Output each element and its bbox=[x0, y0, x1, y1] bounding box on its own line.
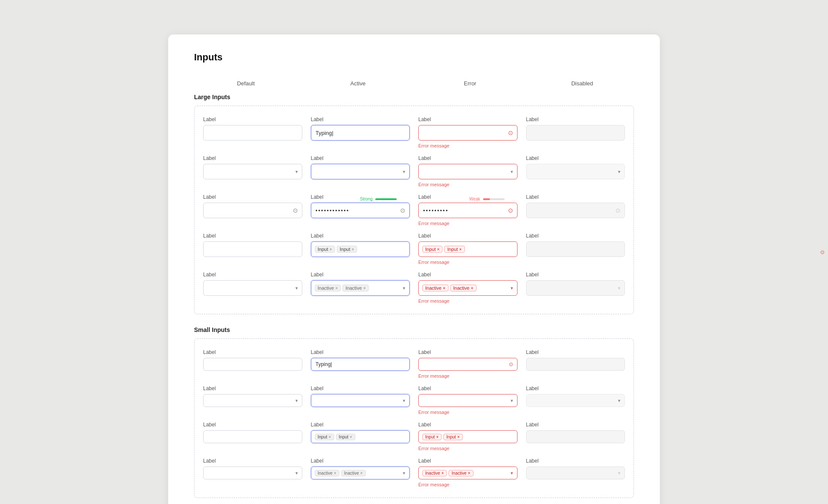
error-eye-icon[interactable]: ⊙ bbox=[508, 207, 513, 214]
active-text-group: Label bbox=[311, 116, 410, 148]
small-error-tag-icon: ⊙ bbox=[820, 249, 825, 255]
active-multiselect-inner[interactable]: Inactive × Inactive × bbox=[311, 280, 410, 296]
small-error-multiselect-inner[interactable]: Inactive × Inactive × bbox=[418, 466, 518, 479]
disabled-multiselect-label: Label bbox=[526, 272, 625, 278]
small-inputs-label: Small Inputs bbox=[194, 326, 634, 333]
error-text-label: Label bbox=[418, 116, 518, 122]
disabled-text-input bbox=[526, 125, 625, 141]
small-default-select-input[interactable] bbox=[203, 394, 302, 407]
small-error-select-message: Error message bbox=[418, 410, 518, 415]
error-multiselect-group: Label Inactive × Inactive × ▾ Erro bbox=[418, 272, 518, 304]
small-active-tag-1-text: Input bbox=[318, 435, 327, 439]
small-default-select-label: Label bbox=[203, 385, 302, 391]
error-select-wrapper: ▾ bbox=[418, 164, 518, 179]
default-select-input[interactable] bbox=[203, 164, 302, 179]
active-password-input[interactable] bbox=[311, 203, 410, 218]
small-active-inactive-tag-1: Inactive × bbox=[315, 470, 339, 476]
small-default-tag-input[interactable] bbox=[203, 430, 302, 443]
error-tag-input[interactable]: Input × Input × bbox=[418, 241, 518, 257]
small-tag-row: Label Label Input × Input × Label bbox=[203, 422, 625, 451]
small-default-text-input[interactable] bbox=[203, 358, 302, 371]
error-text-input[interactable] bbox=[418, 125, 518, 141]
disabled-select-label: Label bbox=[526, 155, 625, 161]
small-error-multiselect-message: Error message bbox=[418, 482, 518, 487]
small-active-inactive-tag-1-remove[interactable]: × bbox=[334, 471, 336, 476]
small-active-tag-2-remove[interactable]: × bbox=[350, 435, 352, 439]
small-error-select-input[interactable] bbox=[418, 394, 518, 407]
small-error-tag-2-text: Input bbox=[446, 435, 456, 439]
active-inactive-tag-2-text: Inactive bbox=[345, 285, 362, 291]
active-inactive-tag-2: Inactive × bbox=[342, 285, 369, 291]
col-disabled: Disabled bbox=[530, 80, 634, 87]
error-tag-1-text: Input bbox=[425, 247, 436, 252]
active-tag-1-remove[interactable]: × bbox=[329, 247, 332, 252]
error-inactive-tag-2-remove[interactable]: × bbox=[471, 286, 474, 291]
small-active-tag-1-remove[interactable]: × bbox=[329, 435, 331, 439]
small-error-tag-2: Input × bbox=[443, 434, 463, 440]
small-active-tag-input[interactable]: Input × Input × bbox=[311, 430, 410, 443]
default-select-group: Label ▾ bbox=[203, 155, 302, 187]
active-tag-1: Input × bbox=[315, 246, 335, 253]
default-text-input[interactable] bbox=[203, 125, 302, 141]
default-multiselect-inner[interactable] bbox=[203, 280, 302, 296]
error-text-group: Label ⊙ Error message bbox=[418, 116, 518, 148]
error-inactive-tag-1-remove[interactable]: × bbox=[443, 286, 445, 291]
default-password-input[interactable] bbox=[203, 203, 302, 218]
small-disabled-text-label: Label bbox=[526, 349, 625, 355]
active-select-group: Label ▾ bbox=[311, 155, 410, 187]
active-eye-icon[interactable]: ⊙ bbox=[400, 207, 405, 214]
small-active-tag-label: Label bbox=[311, 422, 410, 428]
active-tag-2-remove[interactable]: × bbox=[351, 247, 354, 252]
page-card: Inputs Default Active Error Disabled Lar… bbox=[168, 34, 660, 504]
small-error-text-input[interactable] bbox=[418, 358, 518, 371]
error-tag-1-remove[interactable]: × bbox=[437, 247, 439, 252]
error-password-wrapper: Weak ⊙ bbox=[418, 203, 518, 218]
active-tag-input[interactable]: Input × Input × bbox=[311, 241, 410, 257]
active-text-label: Label bbox=[311, 116, 410, 122]
small-error-tag-1-remove[interactable]: × bbox=[436, 435, 439, 439]
active-select-input[interactable] bbox=[311, 164, 410, 179]
error-inactive-tag-2: Inactive × bbox=[450, 285, 477, 291]
disabled-tag-input bbox=[526, 241, 625, 257]
small-active-text-input[interactable] bbox=[311, 358, 410, 371]
small-error-tag-1: Input × bbox=[422, 434, 442, 440]
small-default-multiselect-inner[interactable] bbox=[203, 466, 302, 479]
small-active-inactive-tag-2-text: Inactive bbox=[344, 471, 359, 476]
small-error-inactive-tag-2-remove[interactable]: × bbox=[468, 471, 470, 476]
error-multiselect-inner[interactable]: Inactive × Inactive × bbox=[418, 280, 518, 296]
page-title: Inputs bbox=[194, 52, 634, 63]
strength-label-weak: Weak bbox=[469, 197, 480, 201]
disabled-tag-label: Label bbox=[526, 233, 625, 239]
small-error-tag-2-remove[interactable]: × bbox=[457, 435, 460, 439]
small-error-tag-label: Label bbox=[418, 422, 518, 428]
active-text-input[interactable] bbox=[311, 125, 410, 141]
active-tag-group: Label Input × Input × bbox=[311, 233, 410, 265]
small-error-tag-input[interactable]: Input × Input × ⊙ bbox=[418, 430, 518, 443]
active-inactive-tag-1-remove[interactable]: × bbox=[335, 286, 338, 291]
default-eye-icon[interactable]: ⊙ bbox=[293, 207, 298, 214]
small-disabled-text-input bbox=[526, 358, 625, 371]
disabled-password-input bbox=[526, 203, 625, 218]
active-inactive-tag-2-remove[interactable]: × bbox=[363, 286, 366, 291]
small-error-tag-message: Error message bbox=[418, 446, 518, 451]
small-active-inactive-tag-2-remove[interactable]: × bbox=[360, 471, 363, 476]
default-tag-input[interactable] bbox=[203, 241, 302, 257]
small-active-text-group: Label bbox=[311, 349, 410, 379]
error-multiselect-message: Error message bbox=[418, 298, 518, 304]
default-multiselect-group: Label ▾ bbox=[203, 272, 302, 304]
small-active-tag-group: Label Input × Input × bbox=[311, 422, 410, 451]
small-active-multiselect-inner[interactable]: Inactive × Inactive × bbox=[311, 466, 410, 479]
disabled-password-group: Label ⊙ bbox=[526, 194, 625, 226]
default-text-group: Label bbox=[203, 116, 302, 148]
small-error-inactive-tag-1-remove[interactable]: × bbox=[441, 471, 444, 476]
error-password-input[interactable] bbox=[418, 203, 518, 218]
disabled-text-group: Label bbox=[526, 116, 625, 148]
error-tag-1: Input × bbox=[422, 246, 442, 253]
error-tag-2-remove[interactable]: × bbox=[459, 247, 462, 252]
disabled-password-wrapper: ⊙ bbox=[526, 203, 625, 218]
small-active-multiselect-wrapper: Inactive × Inactive × ▾ bbox=[311, 466, 410, 479]
error-select-input[interactable] bbox=[418, 164, 518, 179]
default-password-wrapper: ⊙ bbox=[203, 203, 302, 218]
small-active-select-input[interactable] bbox=[311, 394, 410, 407]
small-active-text-label: Label bbox=[311, 349, 410, 355]
